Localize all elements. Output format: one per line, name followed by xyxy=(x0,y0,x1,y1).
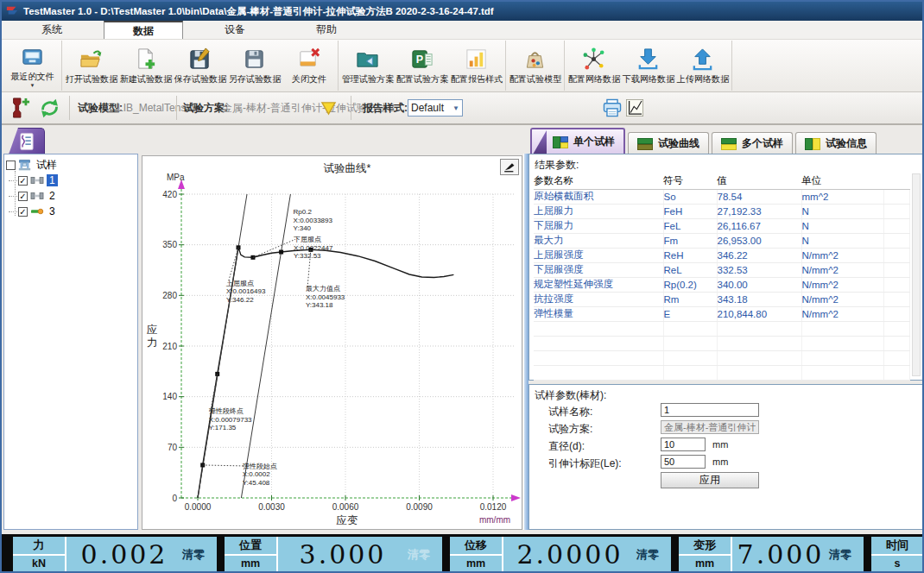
tree-item-specimen-3[interactable]: ✓3 xyxy=(18,204,136,219)
model-label: 试验模型: xyxy=(78,92,123,123)
field-input-试验方案 xyxy=(661,420,759,434)
toolbar-button-manage-scheme[interactable]: 管理试验方案 xyxy=(340,41,395,91)
toolbar-button-save-data[interactable]: 保存试验数据 xyxy=(173,41,227,91)
specimen-params-title: 试样参数(棒材): xyxy=(529,385,922,403)
field-input-试样名称[interactable] xyxy=(661,403,759,417)
result-row[interactable]: 原始横截面积So78.54mm^2 xyxy=(534,189,910,204)
result-row[interactable]: 下屈服力FeL26,116.67N xyxy=(534,218,910,233)
tab-试验信息[interactable]: 试验信息 xyxy=(795,132,877,154)
specimen-params-panel: 试样参数(棒材): 应用 试样名称:试验方案:直径(d):mm引伸计标距(Le)… xyxy=(528,384,923,530)
result-row[interactable]: 上屈服强度ReH346.22N/mm^2 xyxy=(534,248,910,262)
clear-button[interactable]: 清零 xyxy=(636,537,671,572)
checkbox[interactable]: ✓ xyxy=(18,176,28,186)
report-curve-button[interactable] xyxy=(624,92,645,123)
report-curve-icon xyxy=(624,98,645,118)
menu-item-系统[interactable]: 系统 xyxy=(12,21,92,39)
result-row[interactable]: 上屈服力FeH27,192.33N xyxy=(534,204,910,218)
status-channel-位移: 位移 mm 2.0000清零 xyxy=(450,537,671,572)
result-row[interactable]: 最大力Fm26,953.00N xyxy=(534,233,910,248)
toolbar-button-open-data[interactable]: 打开试验数据 xyxy=(64,41,118,91)
toolbar-button-save-as-data[interactable]: 另存试验数据 xyxy=(227,41,282,91)
stress-strain-chart: 0701402102803504200.00000.00300.00600.00… xyxy=(142,156,522,529)
channel-label: 时间 xyxy=(871,537,922,556)
result-row[interactable]: 规定塑性延伸强度Rp(0.2)340.00N/mm^2 xyxy=(534,277,910,292)
tab-单个试样[interactable]: 单个试样 xyxy=(530,128,625,154)
toolbar-button-configure-network[interactable]: 配置网络数据 xyxy=(566,41,621,91)
new-data-icon xyxy=(133,47,158,72)
save-as-data-icon xyxy=(242,47,267,72)
specimen-list-tab[interactable] xyxy=(9,128,45,154)
svg-text:Y:332.53: Y:332.53 xyxy=(294,252,321,260)
svg-text:Y:340: Y:340 xyxy=(294,224,312,232)
channel-unit: mm xyxy=(450,556,502,573)
configure-report-icon xyxy=(464,47,489,72)
menu-item-设备[interactable]: 设备 xyxy=(195,21,275,39)
title-bar: TestMaster 1.0 - D:\TestMaster 1.0\bin\D… xyxy=(2,2,922,21)
toolbar-button-new-data[interactable]: 新建试验数据 xyxy=(118,41,173,91)
empty-row xyxy=(534,350,910,365)
apply-button[interactable]: 应用 xyxy=(661,472,759,488)
svg-text:X:0.0022447: X:0.0022447 xyxy=(294,244,333,252)
svg-text:Y:343.18: Y:343.18 xyxy=(306,301,333,309)
toolbar-button-recent-files[interactable]: 最近的文件▼ xyxy=(5,41,60,91)
svg-text:Rp0.2: Rp0.2 xyxy=(294,208,313,216)
clear-button[interactable]: 清零 xyxy=(408,537,442,572)
add-specimen-button[interactable] xyxy=(9,92,30,123)
tab-试验曲线[interactable]: 试验曲线 xyxy=(628,132,709,154)
status-channel-位置: 位置 mm 3.000清零 xyxy=(225,537,442,572)
toolbar-button-download-network[interactable]: 下载网络数据 xyxy=(621,41,675,91)
tab-label: 单个试样 xyxy=(573,135,615,149)
menu-item-数据[interactable]: 数据 xyxy=(104,21,183,39)
svg-text:弹性段始点: 弹性段始点 xyxy=(243,463,277,470)
dropdown-triangle-icon xyxy=(320,101,337,116)
checkbox[interactable]: ✓ xyxy=(18,192,28,201)
results-scrollbar[interactable] xyxy=(912,173,921,376)
svg-text:应: 应 xyxy=(147,324,158,336)
channel-unit: s xyxy=(871,556,922,573)
empty-row xyxy=(534,321,910,336)
refresh-icon xyxy=(39,98,60,119)
toolbar-button-upload-network[interactable]: 上传网络数据 xyxy=(675,41,730,91)
result-row[interactable]: 下屈服强度ReL332.53N/mm^2 xyxy=(534,262,910,277)
report-style-select[interactable]: Default▼ xyxy=(408,92,463,123)
window-title: TestMaster 1.0 - D:\TestMaster 1.0\bin\D… xyxy=(23,5,494,18)
clear-button[interactable]: 清零 xyxy=(182,537,217,572)
column-header: 参数名称 xyxy=(534,173,663,189)
print-icon xyxy=(601,97,623,119)
svg-text:0: 0 xyxy=(172,494,177,503)
refresh-button[interactable] xyxy=(39,92,60,123)
toolbar-button-configure-model[interactable]: 配置试验模型 xyxy=(508,41,562,91)
tree-item-specimen-1[interactable]: ✓1 xyxy=(18,173,136,188)
tree-item-label: 2 xyxy=(47,190,58,202)
svg-text:X:0.0016493: X:0.0016493 xyxy=(226,287,266,295)
app-window: TestMaster 1.0 - D:\TestMaster 1.0\bin\D… xyxy=(0,0,924,573)
toolbar-button-configure-report[interactable]: 配置报告样式 xyxy=(449,41,503,91)
tree-root-specimens[interactable]: 试样 xyxy=(6,157,136,173)
toolbar-group: 管理试验方案P配置试验方案配置报告样式 xyxy=(339,41,506,91)
main-area: 试样✓1✓2✓3 0701402102803504200.00000.00300… xyxy=(2,125,922,534)
toolbar-button-configure-scheme[interactable]: P配置试验方案 xyxy=(395,41,449,91)
scheme-dropdown-button[interactable] xyxy=(320,92,337,123)
checkbox[interactable]: ✓ xyxy=(18,207,28,217)
tab-多个试样[interactable]: 多个试样 xyxy=(712,132,793,154)
channel-unit: mm xyxy=(225,556,276,573)
checkbox[interactable] xyxy=(6,161,16,170)
clear-button[interactable]: 清零 xyxy=(829,537,864,572)
recent-files-icon xyxy=(20,44,45,69)
tree-item-label: 3 xyxy=(47,205,58,217)
tree-item-specimen-2[interactable]: ✓2 xyxy=(18,188,136,204)
svg-text:上屈服点: 上屈服点 xyxy=(225,280,254,287)
toolbar-button-close-file[interactable]: 关闭文件 xyxy=(282,41,336,91)
test-info-icon xyxy=(805,138,820,150)
menu-item-帮助[interactable]: 帮助 xyxy=(287,21,366,39)
result-row[interactable]: 抗拉强度Rm343.18N/mm^2 xyxy=(534,292,910,306)
svg-text:0.0060: 0.0060 xyxy=(332,502,359,512)
field-input-直径(d)[interactable] xyxy=(661,438,706,451)
chevron-down-icon: ▼ xyxy=(453,104,459,112)
print-report-button[interactable] xyxy=(601,92,623,123)
chart-tool-button[interactable] xyxy=(500,159,519,175)
result-row[interactable]: 弹性模量E210,844.80N/mm^2 xyxy=(534,306,910,321)
field-input-引伸计标距(Le)[interactable] xyxy=(661,455,706,469)
app-logo-icon xyxy=(6,4,18,16)
toolbar-separator xyxy=(176,96,177,120)
